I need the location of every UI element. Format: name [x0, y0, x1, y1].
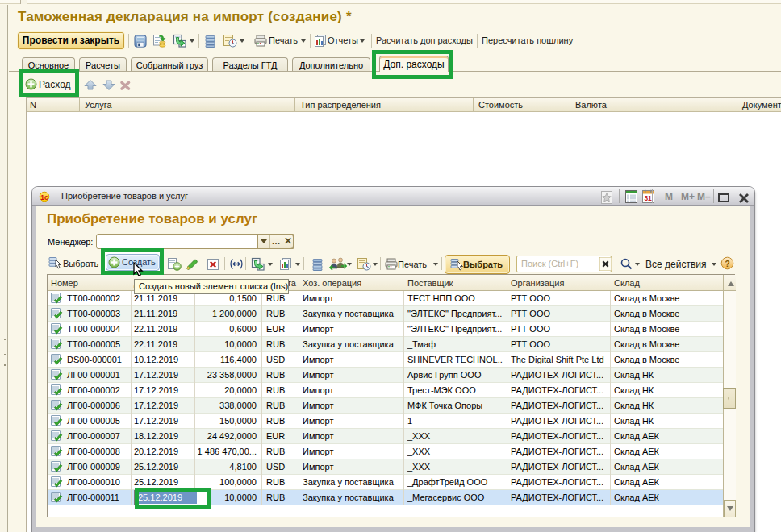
svg-text:31: 31: [644, 194, 652, 202]
svg-text:?: ?: [725, 260, 729, 268]
svg-text:1c: 1c: [40, 193, 48, 202]
